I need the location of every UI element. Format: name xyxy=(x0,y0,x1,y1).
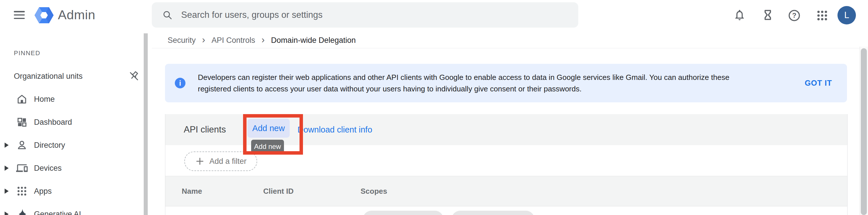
chevron-right-icon: › xyxy=(202,35,205,44)
devices-icon xyxy=(16,163,28,174)
search-input[interactable] xyxy=(181,9,527,21)
sidebar-item-directory[interactable]: Directory xyxy=(0,134,144,157)
expand-caret-icon xyxy=(5,212,9,215)
column-header-client-id: Client ID xyxy=(263,187,293,196)
person-icon xyxy=(16,139,28,151)
content-divider xyxy=(152,48,860,48)
search-icon xyxy=(162,10,173,20)
card-title: API clients xyxy=(184,124,226,135)
menu-icon[interactable] xyxy=(14,11,25,19)
table-row xyxy=(165,206,847,215)
sidebar-item-dashboard[interactable]: Dashboard xyxy=(0,111,144,134)
dashboard-icon xyxy=(16,116,28,128)
brand-title: Admin xyxy=(58,7,95,23)
admin-console-page: Admin ? L PINNED Organizational units xyxy=(0,0,868,215)
breadcrumb-current: Domain-wide Delegation xyxy=(271,36,356,45)
expand-caret-icon xyxy=(5,166,9,171)
app-launcher-icon[interactable] xyxy=(816,9,829,22)
got-it-button[interactable]: GOT IT xyxy=(805,79,832,88)
sidebar-item-generative-ai[interactable]: Generative AI xyxy=(0,203,144,215)
svg-text:?: ? xyxy=(792,11,797,19)
scope-chip-placeholder xyxy=(452,211,534,215)
download-client-info-link[interactable]: Download client info xyxy=(298,125,372,135)
expand-caret-icon xyxy=(5,188,9,194)
scrollbar-thumb[interactable] xyxy=(861,48,867,215)
info-icon: i xyxy=(175,78,185,88)
expand-caret-icon xyxy=(5,143,9,148)
banner-text: Developers can register their web applic… xyxy=(198,72,730,95)
breadcrumb-link-security[interactable]: Security xyxy=(167,36,196,45)
pinned-section-label: PINNED xyxy=(14,49,40,57)
annotation-highlight-box xyxy=(243,114,303,155)
breadcrumb-link-api-controls[interactable]: API Controls xyxy=(212,36,255,45)
column-header-name: Name xyxy=(182,187,202,196)
apps-grid-icon xyxy=(16,185,28,197)
search-bar xyxy=(152,2,578,28)
top-app-bar: Admin ? L xyxy=(0,0,868,30)
google-admin-logo[interactable] xyxy=(35,6,54,24)
sidebar-item-apps[interactable]: Apps xyxy=(0,180,144,203)
sidebar-scrollbar[interactable] xyxy=(144,33,148,215)
help-icon[interactable]: ? xyxy=(788,9,801,22)
sidebar-item-devices[interactable]: Devices xyxy=(0,157,144,180)
sidebar: PINNED Organizational units Home Dashboa xyxy=(0,30,152,215)
breadcrumb: Security › API Controls › Domain-wide De… xyxy=(167,32,356,48)
unpin-icon[interactable] xyxy=(128,70,140,82)
sidebar-item-organizational-units[interactable]: Organizational units xyxy=(0,65,144,88)
avatar[interactable]: L xyxy=(837,6,856,25)
sparkle-icon xyxy=(16,208,29,215)
table-header-row: Name Client ID Scopes xyxy=(165,176,847,206)
chevron-right-icon: › xyxy=(261,35,265,44)
column-header-scopes: Scopes xyxy=(361,187,388,196)
hourglass-icon[interactable] xyxy=(762,9,774,21)
scope-chip-placeholder xyxy=(363,211,443,215)
info-banner: i Developers can register their web appl… xyxy=(165,64,847,102)
home-icon xyxy=(16,94,28,105)
bell-icon[interactable] xyxy=(733,9,746,21)
plus-icon xyxy=(195,156,205,166)
sidebar-item-home[interactable]: Home xyxy=(0,88,144,111)
